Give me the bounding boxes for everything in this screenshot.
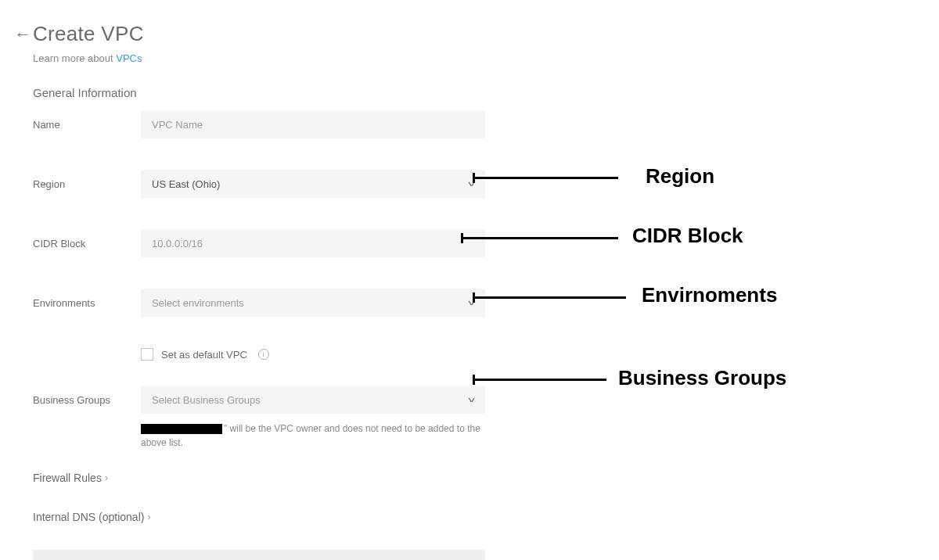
region-selected-value: US East (Ohio) [152, 178, 220, 190]
default-vpc-checkbox[interactable] [141, 348, 153, 361]
info-icon[interactable]: i [258, 349, 269, 360]
environments-label: Environments [33, 297, 141, 309]
business-groups-label: Business Groups [33, 394, 141, 406]
firewall-rules-label: Firewall Rules [33, 472, 102, 484]
create-vpc-button[interactable]: Create VPC [33, 550, 485, 560]
region-label: Region [33, 178, 141, 190]
internal-dns-section[interactable]: Internal DNS (optional) › [14, 511, 939, 523]
cidr-label: CIDR Block [33, 238, 141, 249]
chevron-down-icon: ∨ [466, 299, 477, 307]
name-input[interactable] [141, 110, 485, 138]
internal-dns-label: Internal DNS (optional) [33, 511, 144, 523]
firewall-rules-section[interactable]: Firewall Rules › [14, 472, 939, 484]
redacted-owner-name [141, 424, 222, 434]
vpcs-link[interactable]: VPCs [116, 52, 142, 64]
learn-more-text: Learn more about VPCs [14, 49, 939, 64]
environments-placeholder: Select environments [152, 297, 244, 309]
chevron-right-icon: › [105, 472, 108, 483]
back-arrow-icon[interactable]: ← [14, 26, 31, 43]
region-select[interactable]: US East (Ohio) ∨ [141, 170, 485, 198]
business-groups-select[interactable]: Select Business Groups ∨ [141, 386, 485, 414]
name-label: Name [33, 119, 141, 131]
owner-note: " will be the VPC owner and does not nee… [14, 422, 484, 450]
page-title: Create VPC [33, 22, 144, 46]
section-general-information: General Information [14, 64, 939, 110]
chevron-down-icon: ∨ [466, 396, 477, 404]
chevron-right-icon: › [147, 512, 150, 522]
default-vpc-label: Set as default VPC [161, 349, 247, 361]
chevron-down-icon: ∨ [466, 180, 477, 188]
business-groups-placeholder: Select Business Groups [152, 394, 261, 406]
cidr-input[interactable] [141, 229, 485, 257]
environments-select[interactable]: Select environments ∨ [141, 289, 485, 317]
